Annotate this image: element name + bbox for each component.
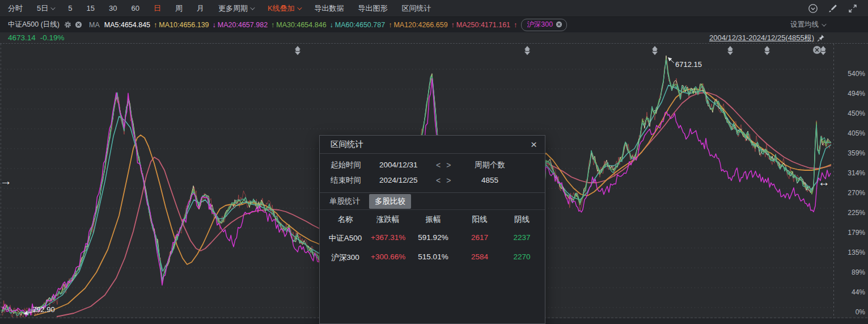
row-yang-count: 2584: [461, 248, 498, 267]
last-price: 4673.14: [8, 33, 36, 42]
dialog-tabs: 单股统计 多股比较: [320, 193, 545, 210]
export-image-button[interactable]: 导出图形: [358, 3, 388, 14]
tab-daily[interactable]: 日: [154, 3, 161, 14]
chevron-down-icon: [822, 22, 826, 26]
row-name: 中证A500: [320, 229, 371, 248]
trend-arrow-icon: ↓: [330, 21, 333, 29]
tab-5min[interactable]: 5: [68, 4, 72, 12]
trading-app: 540%494%450%405%359%314%270%225%179%135%…: [0, 0, 868, 324]
ma5-value: MA5:4654.845: [104, 21, 150, 29]
date-range-section: 起始时间 2004/12/31 < > 结束时间 2024/12/25 < > …: [320, 154, 545, 193]
tab-single-stock-stats[interactable]: 单股统计: [324, 194, 366, 209]
ma-settings-menu[interactable]: 设置均线: [790, 20, 825, 30]
remove-indicator-icon[interactable]: [75, 21, 82, 28]
ma20-value: ↓MA20:4657.982: [213, 21, 268, 29]
period-toolbar: 分时 5日 5 15 30 60 日 周 月 更多周期 K线叠加 导出数据 导出…: [0, 0, 868, 17]
tab-weekly[interactable]: 周: [175, 3, 183, 14]
col-header-change: 涨跌幅: [371, 210, 405, 229]
collapse-circle-icon[interactable]: [808, 3, 818, 14]
annotation-arrow: [668, 58, 674, 63]
trend-arrow-icon: ↑: [514, 21, 517, 29]
low-price-annotation: 792.90: [32, 305, 55, 314]
quote-bar: 4673.14 -0.19% 2004/12/31-2024/12/25(485…: [0, 32, 868, 43]
tab-monthly[interactable]: 月: [197, 3, 204, 14]
tab-15min[interactable]: 15: [86, 4, 94, 12]
adjust-marker-icon: [295, 46, 300, 55]
tab-timeshare[interactable]: 分时: [8, 3, 23, 14]
col-header-amplitude: 振幅: [405, 210, 461, 229]
remove-overlay-icon[interactable]: [556, 21, 562, 28]
start-date-value[interactable]: 2004/12/31: [379, 161, 436, 169]
end-date-value[interactable]: 2024/12/25: [379, 176, 436, 184]
chevron-down-icon: [50, 5, 55, 10]
row-amplitude: 591.92%: [405, 229, 461, 248]
dialog-title: 区间统计: [331, 139, 363, 150]
adjust-marker-icon: [652, 46, 658, 55]
kline-overlay-menu[interactable]: K线叠加: [268, 3, 300, 14]
overlay-symbol-pill[interactable]: 沪深300: [521, 19, 567, 31]
row-change: +300.66%: [371, 248, 405, 267]
trend-arrow-icon: ↑: [451, 21, 455, 29]
marker-close-icon: [813, 46, 821, 54]
change-percent: -0.19%: [40, 33, 65, 42]
export-data-button[interactable]: 导出数据: [315, 3, 344, 14]
row-yin-count: 2270: [498, 248, 546, 267]
fullscreen-icon[interactable]: [848, 3, 858, 14]
adjust-marker-icon: [524, 46, 530, 55]
end-date-next-button[interactable]: >: [446, 176, 451, 185]
row-change: +367.31%: [371, 229, 405, 248]
ma30-value: ↑MA30:4654.846: [271, 21, 327, 29]
col-header-yin: 阴线: [498, 210, 546, 229]
end-date-label: 结束时间: [331, 175, 379, 186]
tab-5day[interactable]: 5日: [37, 3, 54, 14]
gear-icon[interactable]: [64, 21, 71, 28]
close-icon[interactable]: ×: [531, 139, 537, 150]
trend-arrow-icon: ↑: [154, 21, 157, 29]
ma-group-label: MA: [89, 21, 100, 29]
tab-30min[interactable]: 30: [109, 4, 117, 12]
draw-brush-icon[interactable]: [828, 3, 838, 14]
row-yin-count: 2237: [498, 229, 546, 248]
overlay-symbol-label: 沪深300: [527, 20, 553, 30]
col-header-yang: 阳线: [461, 210, 498, 229]
ma120-value: ↑MA120:4266.659: [388, 21, 447, 29]
row-yang-count: 2617: [461, 229, 498, 248]
header: 分时 5日 5 15 30 60 日 周 月 更多周期 K线叠加 导出数据 导出…: [0, 0, 868, 44]
end-date-prev-button[interactable]: <: [436, 176, 441, 185]
start-date-prev-button[interactable]: <: [436, 161, 441, 170]
trend-arrow-icon: ↓: [213, 21, 216, 29]
interval-stats-dialog: 区间统计 × 起始时间 2004/12/31 < > 结束时间 2024/12/…: [319, 135, 545, 324]
cycle-count-label: 周期个数: [456, 157, 524, 172]
start-date-label: 起始时间: [331, 160, 379, 170]
ma10-value: ↑MA10:4656.139: [154, 21, 209, 29]
indicator-legend-bar: 中证A500 (日线) MA MA5:4654.845 ↑MA10:4656.1…: [0, 17, 868, 32]
dialog-titlebar[interactable]: 区间统计 ×: [320, 136, 545, 154]
adjust-marker-icon: [820, 46, 826, 55]
ma60-value: ↓MA60:4650.787: [330, 21, 386, 29]
ma250-value: ↑MA250:4171.161: [451, 21, 510, 29]
row-amplitude: 515.01%: [405, 248, 461, 267]
zoom-drag-handle-icon[interactable]: ↔: [818, 176, 830, 188]
high-price-annotation: 6712.15: [675, 60, 702, 69]
trend-arrow-icon: ↑: [271, 21, 274, 29]
symbol-title: 中证A500 (日线): [8, 20, 60, 30]
tab-multi-stock-compare[interactable]: 多股比较: [369, 194, 411, 209]
pan-left-handle-icon[interactable]: →: [0, 175, 12, 187]
adjust-marker-icon: [764, 46, 770, 55]
cycle-count-value: 4855: [456, 172, 524, 188]
tab-60min[interactable]: 60: [131, 4, 139, 12]
stats-table: 名称 涨跌幅 振幅 阳线 阴线 中证A500 +367.31% 591.92% …: [320, 210, 545, 267]
chevron-down-icon: [250, 5, 255, 10]
more-periods-menu[interactable]: 更多周期: [218, 3, 253, 14]
interval-stats-button[interactable]: 区间统计: [402, 3, 431, 14]
adjust-marker-icon: [727, 46, 733, 55]
pin-icon[interactable]: [817, 34, 825, 42]
col-header-name: 名称: [320, 210, 371, 229]
date-range-link[interactable]: 2004/12/31-2024/12/25(4855根): [709, 33, 814, 43]
row-name: 沪深300: [320, 248, 371, 267]
chevron-down-icon: [297, 5, 302, 10]
trend-arrow-icon: ↑: [388, 21, 392, 29]
start-date-next-button[interactable]: >: [446, 161, 451, 170]
